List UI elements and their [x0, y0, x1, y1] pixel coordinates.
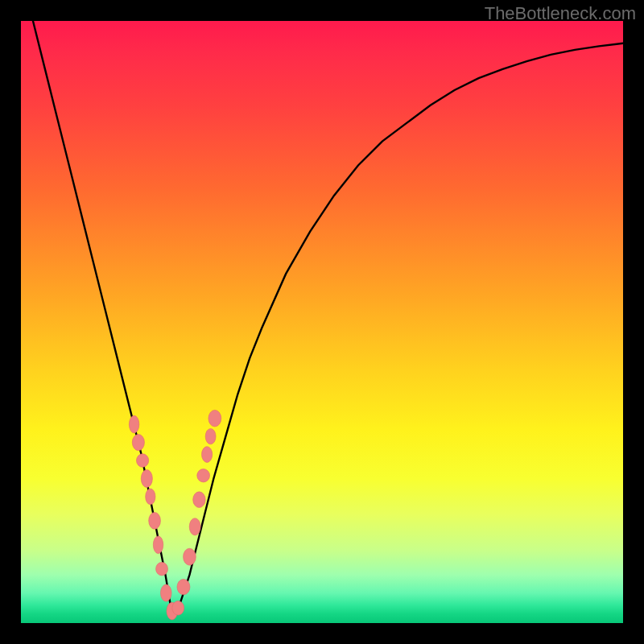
- curve-marker: [202, 447, 213, 463]
- outer-frame: TheBottleneck.com: [0, 0, 644, 644]
- curve-marker: [146, 489, 155, 505]
- curve-marker: [136, 454, 148, 468]
- curve-marker: [156, 562, 168, 576]
- curve-marker: [153, 536, 163, 554]
- curve-marker: [205, 428, 216, 444]
- curve-marker: [197, 469, 210, 482]
- curve-marker: [149, 512, 161, 529]
- curve-marker: [160, 584, 171, 601]
- curve-markers: [129, 410, 221, 620]
- curve-marker: [189, 518, 200, 535]
- curve-marker: [193, 492, 205, 508]
- plot-area: [21, 21, 623, 623]
- curve-marker: [184, 548, 196, 565]
- curve-marker: [129, 415, 138, 433]
- curve-marker: [132, 435, 144, 451]
- curve-marker: [208, 410, 221, 427]
- curve-marker: [177, 579, 190, 594]
- bottleneck-curve: [21, 21, 623, 611]
- curve-marker: [172, 601, 184, 615]
- chart-svg: [21, 21, 623, 623]
- watermark-text: TheBottleneck.com: [485, 3, 636, 24]
- curve-marker: [141, 470, 152, 488]
